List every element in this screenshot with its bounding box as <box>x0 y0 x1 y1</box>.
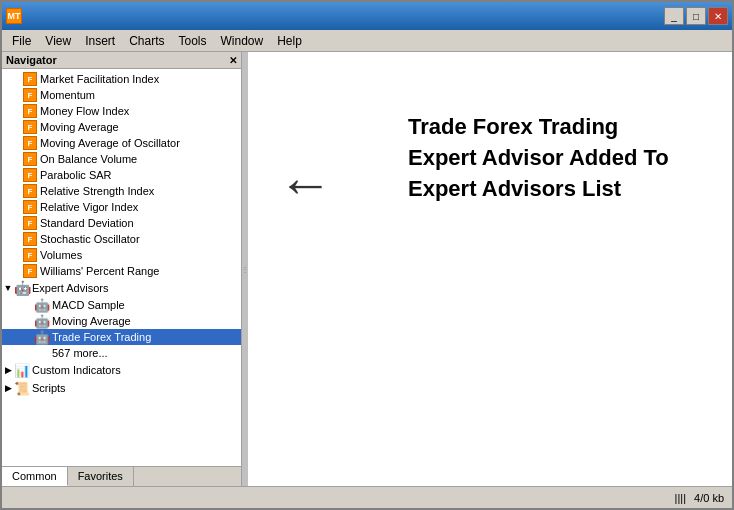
minimize-button[interactable]: _ <box>664 7 684 25</box>
annotation-text: Trade Forex Trading Expert Advisor Added… <box>408 112 669 204</box>
close-button[interactable]: ✕ <box>708 7 728 25</box>
navigator-tree[interactable]: F Market Facilitation Index F Momentum F… <box>2 69 241 466</box>
expand-icon: ▶ <box>2 382 14 394</box>
scripts-section[interactable]: ▶ 📜 Scripts <box>2 379 241 397</box>
navigator-tabs: Common Favorites <box>2 466 241 486</box>
list-item[interactable]: F Relative Vigor Index <box>2 199 241 215</box>
custom-indicators-section[interactable]: ▶ 📊 Custom Indicators <box>2 361 241 379</box>
annotation-line1: Trade Forex Trading <box>408 112 669 143</box>
navigator-close-button[interactable]: ✕ <box>229 55 237 66</box>
list-item[interactable]: F Relative Strength Index <box>2 183 241 199</box>
status-bar: |||| 4/0 kb <box>2 486 732 508</box>
list-item[interactable]: F Money Flow Index <box>2 103 241 119</box>
tab-common[interactable]: Common <box>2 467 68 486</box>
trade-forex-item[interactable]: 🤖 Trade Forex Trading <box>2 329 241 345</box>
app-icon: MT <box>6 8 22 24</box>
list-item[interactable]: F Williams' Percent Range <box>2 263 241 279</box>
title-bar: MT _ □ ✕ <box>2 2 732 30</box>
annotation-arrow: ← <box>278 152 333 216</box>
tab-favorites[interactable]: Favorites <box>68 467 134 486</box>
annotation-line2: Expert Advisor Added To <box>408 143 669 174</box>
menu-view[interactable]: View <box>39 32 77 50</box>
list-item[interactable]: F Moving Average <box>2 119 241 135</box>
list-item[interactable]: F Market Facilitation Index <box>2 71 241 87</box>
menu-charts[interactable]: Charts <box>123 32 170 50</box>
list-item[interactable]: 🤖 MACD Sample <box>2 297 241 313</box>
list-item[interactable]: F Parabolic SAR <box>2 167 241 183</box>
navigator-panel: Navigator ✕ F Market Facilitation Index … <box>2 52 242 486</box>
expand-icon: ▼ <box>2 282 14 294</box>
list-item[interactable]: F Volumes <box>2 247 241 263</box>
main-window: MT _ □ ✕ File View Insert Charts Tools W… <box>0 0 734 510</box>
menu-window[interactable]: Window <box>215 32 270 50</box>
list-item[interactable]: F Stochastic Oscillator <box>2 231 241 247</box>
list-item[interactable]: F On Balance Volume <box>2 151 241 167</box>
menu-insert[interactable]: Insert <box>79 32 121 50</box>
annotation-line3: Expert Advisors List <box>408 174 669 205</box>
list-item[interactable]: F Moving Average of Oscillator <box>2 135 241 151</box>
maximize-button[interactable]: □ <box>686 7 706 25</box>
list-item[interactable]: 🤖 Moving Average <box>2 313 241 329</box>
expand-icon: ▶ <box>2 364 14 376</box>
status-bars: |||| <box>675 492 686 504</box>
menu-file[interactable]: File <box>6 32 37 50</box>
window-controls: _ □ ✕ <box>664 7 728 25</box>
menu-tools[interactable]: Tools <box>173 32 213 50</box>
list-item[interactable]: 567 more... <box>2 345 241 361</box>
menu-bar: File View Insert Charts Tools Window Hel… <box>2 30 732 52</box>
status-size: 4/0 kb <box>694 492 724 504</box>
menu-help[interactable]: Help <box>271 32 308 50</box>
expert-advisors-section[interactable]: ▼ 🤖 Expert Advisors <box>2 279 241 297</box>
navigator-title: Navigator <box>6 54 57 66</box>
list-item[interactable]: F Momentum <box>2 87 241 103</box>
main-content: Navigator ✕ F Market Facilitation Index … <box>2 52 732 486</box>
chart-area: ← Trade Forex Trading Expert Advisor Add… <box>248 52 732 486</box>
list-item[interactable]: F Standard Deviation <box>2 215 241 231</box>
navigator-header: Navigator ✕ <box>2 52 241 69</box>
